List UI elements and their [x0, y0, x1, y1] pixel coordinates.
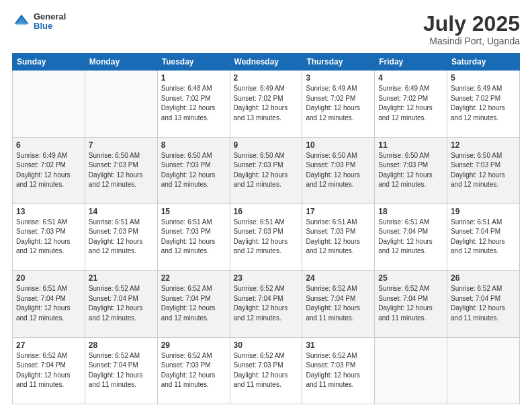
table-row: 3Sunrise: 6:49 AM Sunset: 7:02 PM Daylig… [302, 71, 375, 137]
table-row: 25Sunrise: 6:52 AM Sunset: 7:04 PM Dayli… [375, 271, 447, 337]
logo-general-label: General [34, 12, 66, 21]
col-wednesday: Wednesday [230, 54, 302, 71]
day-info: Sunrise: 6:52 AM Sunset: 7:04 PM Dayligh… [234, 284, 299, 323]
table-row: 6Sunrise: 6:49 AM Sunset: 7:02 PM Daylig… [13, 137, 85, 203]
table-row: 10Sunrise: 6:50 AM Sunset: 7:03 PM Dayli… [302, 137, 375, 203]
day-number: 16 [234, 207, 299, 216]
day-info: Sunrise: 6:50 AM Sunset: 7:03 PM Dayligh… [378, 151, 443, 190]
day-info: Sunrise: 6:49 AM Sunset: 7:02 PM Dayligh… [234, 84, 299, 123]
day-number: 31 [306, 340, 371, 350]
day-info: Sunrise: 6:52 AM Sunset: 7:04 PM Dayligh… [306, 284, 371, 323]
col-friday: Friday [375, 54, 447, 71]
logo-blue-label: Blue [34, 21, 66, 31]
day-info: Sunrise: 6:50 AM Sunset: 7:03 PM Dayligh… [161, 151, 226, 190]
day-number: 29 [161, 340, 226, 350]
table-row: 22Sunrise: 6:52 AM Sunset: 7:04 PM Dayli… [157, 271, 230, 337]
location: Masindi Port, Uganda [423, 36, 520, 46]
day-number: 7 [89, 140, 154, 150]
table-row: 15Sunrise: 6:51 AM Sunset: 7:03 PM Dayli… [157, 203, 230, 270]
day-number: 12 [451, 140, 516, 150]
table-row: 23Sunrise: 6:52 AM Sunset: 7:04 PM Dayli… [230, 271, 302, 337]
table-row: 4Sunrise: 6:49 AM Sunset: 7:02 PM Daylig… [375, 71, 447, 137]
table-row: 16Sunrise: 6:51 AM Sunset: 7:03 PM Dayli… [230, 203, 302, 270]
day-info: Sunrise: 6:52 AM Sunset: 7:04 PM Dayligh… [16, 351, 81, 390]
day-info: Sunrise: 6:49 AM Sunset: 7:02 PM Dayligh… [306, 84, 371, 123]
table-row [447, 337, 520, 404]
day-number: 24 [306, 273, 371, 283]
col-saturday: Saturday [447, 54, 520, 71]
day-number: 26 [451, 273, 516, 283]
header-row: Sunday Monday Tuesday Wednesday Thursday… [13, 54, 520, 71]
col-monday: Monday [85, 54, 157, 71]
table-row: 12Sunrise: 6:50 AM Sunset: 7:03 PM Dayli… [447, 137, 520, 203]
day-number: 13 [16, 207, 81, 216]
table-row: 8Sunrise: 6:50 AM Sunset: 7:03 PM Daylig… [157, 137, 230, 203]
day-info: Sunrise: 6:51 AM Sunset: 7:03 PM Dayligh… [161, 218, 226, 257]
day-info: Sunrise: 6:51 AM Sunset: 7:04 PM Dayligh… [378, 218, 443, 257]
day-number: 3 [306, 73, 371, 83]
day-number: 17 [306, 207, 371, 216]
day-number: 8 [161, 140, 226, 150]
col-tuesday: Tuesday [157, 54, 230, 71]
table-row: 26Sunrise: 6:52 AM Sunset: 7:04 PM Dayli… [447, 271, 520, 337]
day-info: Sunrise: 6:51 AM Sunset: 7:03 PM Dayligh… [306, 218, 371, 257]
table-row: 29Sunrise: 6:52 AM Sunset: 7:03 PM Dayli… [157, 337, 230, 404]
table-row: 20Sunrise: 6:51 AM Sunset: 7:04 PM Dayli… [13, 271, 85, 337]
table-row: 7Sunrise: 6:50 AM Sunset: 7:03 PM Daylig… [85, 137, 157, 203]
table-row: 2Sunrise: 6:49 AM Sunset: 7:02 PM Daylig… [230, 71, 302, 137]
day-info: Sunrise: 6:52 AM Sunset: 7:03 PM Dayligh… [306, 351, 371, 390]
table-row: 31Sunrise: 6:52 AM Sunset: 7:03 PM Dayli… [302, 337, 375, 404]
day-info: Sunrise: 6:52 AM Sunset: 7:03 PM Dayligh… [234, 351, 299, 390]
day-number: 28 [89, 340, 154, 350]
table-row [85, 71, 157, 137]
day-info: Sunrise: 6:52 AM Sunset: 7:04 PM Dayligh… [89, 351, 154, 390]
table-row [13, 71, 85, 137]
day-info: Sunrise: 6:49 AM Sunset: 7:02 PM Dayligh… [378, 84, 443, 123]
day-info: Sunrise: 6:52 AM Sunset: 7:04 PM Dayligh… [378, 284, 443, 323]
day-info: Sunrise: 6:52 AM Sunset: 7:04 PM Dayligh… [161, 284, 226, 323]
day-info: Sunrise: 6:51 AM Sunset: 7:03 PM Dayligh… [16, 218, 81, 257]
table-row: 14Sunrise: 6:51 AM Sunset: 7:03 PM Dayli… [85, 203, 157, 270]
table-row: 5Sunrise: 6:49 AM Sunset: 7:02 PM Daylig… [447, 71, 520, 137]
logo: General Blue [12, 12, 66, 32]
day-number: 30 [234, 340, 299, 350]
day-number: 21 [89, 273, 154, 283]
table-row: 9Sunrise: 6:50 AM Sunset: 7:03 PM Daylig… [230, 137, 302, 203]
table-row: 19Sunrise: 6:51 AM Sunset: 7:04 PM Dayli… [447, 203, 520, 270]
table-row [375, 337, 447, 404]
day-info: Sunrise: 6:50 AM Sunset: 7:03 PM Dayligh… [306, 151, 371, 190]
month-title: July 2025 [423, 12, 520, 36]
day-number: 19 [451, 207, 516, 216]
day-info: Sunrise: 6:50 AM Sunset: 7:03 PM Dayligh… [451, 151, 516, 190]
day-number: 5 [451, 73, 516, 83]
day-number: 2 [234, 73, 299, 83]
table-row: 13Sunrise: 6:51 AM Sunset: 7:03 PM Dayli… [13, 203, 85, 270]
day-number: 22 [161, 273, 226, 283]
day-info: Sunrise: 6:51 AM Sunset: 7:04 PM Dayligh… [16, 284, 81, 323]
day-info: Sunrise: 6:51 AM Sunset: 7:03 PM Dayligh… [234, 218, 299, 257]
calendar-table: Sunday Monday Tuesday Wednesday Thursday… [12, 53, 520, 404]
day-info: Sunrise: 6:52 AM Sunset: 7:04 PM Dayligh… [89, 284, 154, 323]
logo-text: General Blue [34, 12, 66, 32]
day-info: Sunrise: 6:51 AM Sunset: 7:04 PM Dayligh… [451, 218, 516, 257]
header: General Blue July 2025 Masindi Port, Uga… [12, 12, 520, 46]
day-info: Sunrise: 6:50 AM Sunset: 7:03 PM Dayligh… [89, 151, 154, 190]
title-block: July 2025 Masindi Port, Uganda [423, 12, 520, 46]
table-row: 1Sunrise: 6:48 AM Sunset: 7:02 PM Daylig… [157, 71, 230, 137]
day-info: Sunrise: 6:51 AM Sunset: 7:03 PM Dayligh… [89, 218, 154, 257]
day-number: 9 [234, 140, 299, 150]
day-number: 27 [16, 340, 81, 350]
table-row: 18Sunrise: 6:51 AM Sunset: 7:04 PM Dayli… [375, 203, 447, 270]
day-number: 6 [16, 140, 81, 150]
day-number: 11 [378, 140, 443, 150]
day-info: Sunrise: 6:49 AM Sunset: 7:02 PM Dayligh… [16, 151, 81, 190]
logo-icon [12, 12, 31, 31]
day-number: 4 [378, 73, 443, 83]
table-row: 11Sunrise: 6:50 AM Sunset: 7:03 PM Dayli… [375, 137, 447, 203]
day-info: Sunrise: 6:48 AM Sunset: 7:02 PM Dayligh… [161, 84, 226, 123]
col-thursday: Thursday [302, 54, 375, 71]
table-row: 30Sunrise: 6:52 AM Sunset: 7:03 PM Dayli… [230, 337, 302, 404]
day-info: Sunrise: 6:52 AM Sunset: 7:04 PM Dayligh… [451, 284, 516, 323]
table-row: 28Sunrise: 6:52 AM Sunset: 7:04 PM Dayli… [85, 337, 157, 404]
day-info: Sunrise: 6:52 AM Sunset: 7:03 PM Dayligh… [161, 351, 226, 390]
